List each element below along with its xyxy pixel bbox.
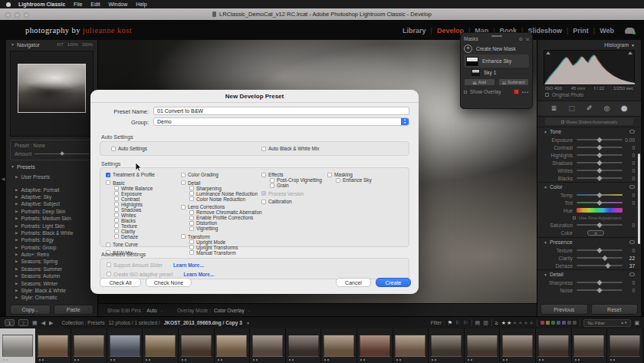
slider-track[interactable] [577,139,623,140]
menu-item-lightroom-classic[interactable]: Lightroom Classic [18,2,65,7]
color-swatch[interactable]: ✕ [587,230,604,236]
panel-visibility-eye-icon[interactable] [629,240,635,244]
setting-checkbox-enhance-sky[interactable]: Enhance Sky [327,177,372,183]
selected-file-name[interactable]: JKOST_2013_09669.dng / Copy 3 [164,320,242,325]
preset-item[interactable]: ▶Portraits: Light Skin [6,222,97,229]
checkbox-icon[interactable] [106,173,110,177]
filmstrip-thumbnail[interactable] [36,328,72,363]
cloud-sync-icon[interactable] [625,28,635,34]
module-print[interactable]: Print [568,27,593,35]
left-panel-collapse-arrow[interactable]: ◀ [0,40,6,316]
setting-checkbox-contrast[interactable]: Contrast [106,196,155,202]
setting-checkbox-exposure[interactable]: Exposure [106,191,155,196]
check-all-button[interactable]: Check All [100,278,141,287]
checkbox-icon[interactable] [545,93,549,97]
slider-track[interactable] [577,282,623,283]
preset-item[interactable]: ▶Seasons: Summer [6,266,97,272]
monitor-1-button[interactable]: 1 [5,319,15,326]
setting-checkbox-dehaze[interactable]: Dehaze [106,234,155,239]
chevron-down-icon[interactable]: ▼ [246,321,250,325]
slider-thumb[interactable] [597,153,602,157]
slider-track[interactable] [577,289,623,291]
fine-adjustment-toggle[interactable]: Use Fine Adjustment [537,214,641,221]
filmstrip-thumbnail[interactable] [572,328,608,363]
setting-checkbox-clarity[interactable]: Clarity [106,229,155,234]
checkbox-icon[interactable] [464,91,467,94]
menu-item-edit[interactable]: Edit [90,2,100,7]
filmstrip-thumbnail[interactable] [429,328,465,363]
checkbox-icon[interactable] [189,210,194,215]
slider-track[interactable] [577,170,623,171]
filmstrip-thumbnail[interactable] [536,328,572,363]
slider-track[interactable] [577,194,623,196]
checkbox-icon[interactable] [261,191,266,196]
checkbox-icon[interactable] [189,239,194,244]
preset-name-input[interactable]: 01 Convert to B&W [153,107,409,115]
filmstrip-thumbnail[interactable] [321,328,357,363]
star-filter-icon[interactable]: ★ [507,320,511,326]
slider-track[interactable] [577,224,623,226]
preset-item[interactable]: ▶Seasons: Spring [6,258,97,265]
overlay-color-swatch[interactable] [514,89,519,94]
filmstrip-thumbnail[interactable] [607,328,643,363]
slider-thumb[interactable] [597,200,602,205]
star-filter-icon[interactable]: ★ [529,320,534,326]
menu-item-file[interactable]: File [74,2,82,7]
checkbox-icon[interactable] [114,191,119,196]
check-none-button[interactable]: Check None [146,278,192,287]
slider-thumb[interactable] [597,223,602,227]
mask-item-enhance-sky[interactable]: Enhance Sky [464,54,529,68]
panel-visibility-eye-icon[interactable] [629,185,635,189]
checkbox-icon[interactable] [189,221,194,226]
module-library[interactable]: Library [398,27,431,35]
slider-thumb[interactable] [597,168,602,173]
edit-sliders-icon[interactable]: ≣ [551,105,557,112]
histogram-header[interactable]: Histogram ▼ [537,40,641,50]
menu-item-help[interactable]: Help [136,2,146,7]
reject-flag-icon[interactable]: ⚐ [463,320,468,326]
collection-breadcrumb[interactable]: Collection : Presets [61,320,104,325]
original-photo-toggle[interactable]: Original Photo [537,91,641,99]
red-eye-icon[interactable]: ◎ [603,105,610,112]
filmstrip-thumbnail[interactable] [215,328,251,363]
checkbox-icon[interactable] [270,183,274,188]
checkbox-icon[interactable] [189,216,194,220]
window-title-bar[interactable]: LRClassic_DemoCat_v12 RC.lrcat - Adobe P… [0,8,644,21]
checkbox-icon[interactable] [107,272,111,276]
slider-track[interactable] [577,202,623,204]
checkbox-icon[interactable] [261,173,266,177]
setting-checkbox-remove-chromatic-aberration[interactable]: Remove Chromatic Aberration [181,210,262,215]
filmstrip-thumbnail[interactable] [143,328,179,363]
color-label-filter[interactable] [562,321,566,325]
show-edit-pins-value[interactable]: Auto [146,308,156,313]
checkbox-icon[interactable] [261,147,266,151]
preset-item[interactable]: ▶Adaptive: Subject [6,200,97,207]
close-window-icon[interactable] [5,12,11,18]
setting-checkbox-enable-profile-corrections[interactable]: Enable Profile Corrections [181,215,262,220]
setting-checkbox-white-balance[interactable]: White Balance [106,186,155,191]
checkbox-icon[interactable] [561,120,564,124]
checkbox-icon[interactable] [114,229,119,233]
checkbox-icon[interactable] [336,178,340,183]
preset-item[interactable]: ▶Seasons: Winter [6,279,97,286]
slider-thumb[interactable] [597,280,602,285]
create-new-mask-button[interactable]: + Create New Mask [464,42,529,54]
paste-button[interactable]: Paste [54,305,94,315]
slider-thumb[interactable] [602,256,606,260]
setting-checkbox-upright-mode[interactable]: Upright Mode [181,239,262,245]
slider-track[interactable] [577,177,623,179]
dropdown-stepper-icon[interactable]: ▲▼ [401,118,409,125]
filmstrip-thumbnail[interactable] [71,328,107,363]
preset-item[interactable]: ▶Style: Cinematic [6,294,97,301]
setting-checkbox-basic[interactable]: Basic [106,180,155,186]
preset-item[interactable]: ▶Portraits: Deep Skin [6,208,97,215]
more-options-icon[interactable]: ••• [522,90,529,94]
navigator-thumbnail[interactable] [18,64,86,113]
copy-button[interactable]: Copy... [10,305,51,315]
color-label-filter[interactable] [567,321,571,325]
setting-checkbox-calibration[interactable]: Calibration [261,199,322,204]
checkbox-icon[interactable] [189,196,194,201]
setting-checkbox-color-grading[interactable]: Color Grading [181,172,262,177]
checkbox-icon[interactable] [327,173,332,177]
filmstrip-thumbnail[interactable] [286,328,322,363]
